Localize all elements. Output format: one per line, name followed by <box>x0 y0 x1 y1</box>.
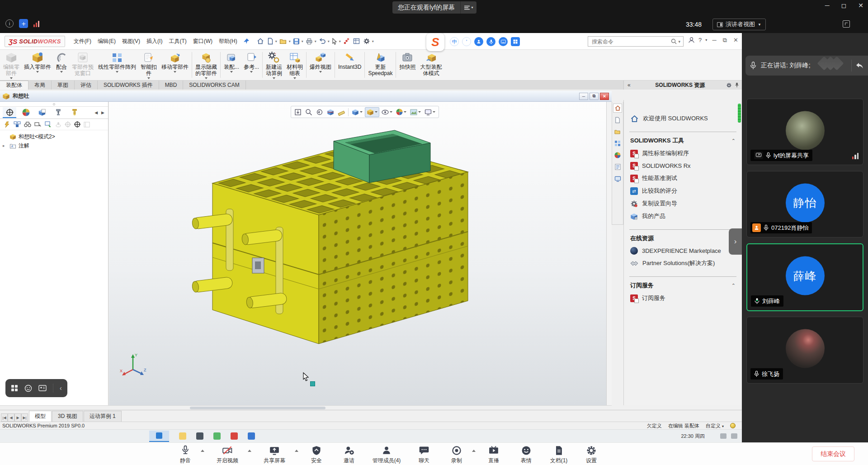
close-button[interactable]: ✕ <box>858 2 863 9</box>
taskpane-item[interactable]: SSOLIDWORKS Rx <box>630 162 742 170</box>
section-online-resources[interactable]: 在线资源⌃ <box>630 234 736 242</box>
show-hidden-components-button[interactable]: 显示隐藏的零部件 <box>193 50 219 80</box>
previous-view-icon[interactable] <box>315 108 325 117</box>
tree-item-annotations[interactable]: ▸ A 注解 <box>3 141 108 150</box>
show-eye-icon[interactable] <box>55 122 61 127</box>
taskbar-app-icon[interactable] <box>248 432 255 440</box>
graphics-viewport[interactable]: YXZ <box>109 102 606 405</box>
taskpane-item[interactable]: 复制设置向导 <box>630 199 742 208</box>
taskbar-app-icon[interactable] <box>213 432 221 440</box>
record-button[interactable]: 录制 <box>442 443 471 465</box>
target-icon[interactable] <box>65 121 71 128</box>
ime-keyboard-icon[interactable] <box>499 37 508 46</box>
collapse-section-icon[interactable]: ⌃ <box>731 138 736 144</box>
section-subscription[interactable]: 订阅服务⌃ <box>630 281 736 289</box>
maximize-button[interactable]: ◻ <box>841 2 847 9</box>
section-sw-tools[interactable]: SOLIDWORKS 工具⌃ <box>630 137 736 145</box>
minimize-button[interactable]: ─ <box>825 2 830 9</box>
scroll-tabs-left-icon[interactable]: ◀ <box>94 110 98 115</box>
participant-tile-lyf[interactable]: lyf的屏幕共享 <box>746 99 863 165</box>
security-button[interactable]: 安全 <box>302 443 331 465</box>
participant-tile-liuxuefeng[interactable]: 薛峰 刘薛峰 <box>746 243 863 311</box>
tab-evaluate[interactable]: 评估 <box>75 81 98 90</box>
apply-scene-icon[interactable] <box>409 108 422 116</box>
move-component-button[interactable]: 移动零部件 <box>159 50 191 80</box>
menu-file[interactable]: 文件(F) <box>71 36 94 47</box>
tab-mbd[interactable]: MBD <box>159 81 184 90</box>
select-icon[interactable] <box>331 37 338 46</box>
taskpane-item[interactable]: 3DEXPERIENCE Marketplace <box>630 247 742 255</box>
appearances-scenes-tab[interactable] <box>613 151 622 160</box>
chevron-down-icon[interactable]: ▾ <box>372 39 374 43</box>
taskbar-folder-icon[interactable] <box>179 432 186 440</box>
expand-icon[interactable]: ▸ <box>3 143 7 148</box>
tab-3d-views[interactable]: 3D 视图 <box>52 411 83 422</box>
end-meeting-button[interactable]: 结束会议 <box>812 446 854 461</box>
zoom-area-icon[interactable] <box>304 108 314 117</box>
chevron-down-icon[interactable]: ▾ <box>302 39 303 43</box>
menu-edit[interactable]: 编辑(E) <box>94 36 119 47</box>
doc-minimize-button[interactable]: ─ <box>579 93 588 100</box>
configuration-manager-tab[interactable] <box>35 107 49 118</box>
panel-splitter[interactable] <box>0 102 108 107</box>
update-speedpak-button[interactable]: 更新Speedpak <box>366 50 395 80</box>
taskpane-item[interactable]: Partner Solutions(解决方案) <box>630 259 742 267</box>
horizontal-scrollbar[interactable] <box>0 405 612 410</box>
tab-assembly[interactable]: 装配体 <box>0 81 28 90</box>
exploded-view-button[interactable]: 爆炸视图 <box>307 50 334 80</box>
layout-grid-icon[interactable] <box>11 384 18 392</box>
binoculars-icon[interactable] <box>24 122 31 127</box>
tab-sketch[interactable]: 草图 <box>52 81 75 90</box>
sw-minimize-button[interactable]: ─ <box>712 37 717 44</box>
mute-options-caret[interactable] <box>201 450 204 452</box>
print-icon[interactable] <box>305 37 314 46</box>
custom-dropdown[interactable]: 自定义 ▾ <box>706 422 724 429</box>
display-manager-tab[interactable] <box>19 107 33 118</box>
options-icon[interactable] <box>362 37 371 46</box>
home-icon[interactable] <box>256 37 265 46</box>
feature-tree-tab[interactable] <box>3 107 16 118</box>
taskbar-app-icon[interactable] <box>196 432 203 440</box>
pin-menu-icon[interactable] <box>243 38 250 44</box>
magnifier-arrow-icon[interactable] <box>34 122 42 127</box>
meeting-info-icon[interactable]: i <box>5 19 14 28</box>
instant3d-button[interactable]: Instant3D <box>336 50 363 80</box>
filter-flyout-icon[interactable] <box>4 121 10 128</box>
task-pane-options-icon[interactable] <box>726 82 732 88</box>
chevron-down-icon[interactable]: ▾ <box>339 39 341 43</box>
sw-close-button[interactable]: ✕ <box>733 37 738 44</box>
last-tab-icon[interactable]: ▶| <box>21 413 28 422</box>
display-style-icon[interactable] <box>365 107 379 117</box>
solidworks-logo[interactable]: ƷSSOLIDWORKS <box>5 36 65 47</box>
ime-user-icon[interactable] <box>474 37 483 46</box>
sidebar-collapse-button[interactable]: › <box>729 228 742 255</box>
mate-button[interactable]: 配合 <box>53 50 70 80</box>
pin-icon[interactable] <box>735 82 739 88</box>
reply-arrow-icon[interactable] <box>855 62 868 69</box>
menu-view[interactable]: 视图(V) <box>119 36 143 47</box>
tab-model[interactable]: 模型 <box>29 411 52 422</box>
status-icon[interactable] <box>730 423 736 428</box>
assembly-3d-model[interactable] <box>186 123 493 363</box>
edit-appearance-icon[interactable] <box>395 108 408 116</box>
welcome-link[interactable]: 欢迎使用 SOLIDWORKS <box>630 114 742 123</box>
linear-pattern-button[interactable]: 线性零部件阵列 <box>96 50 138 80</box>
floating-app-logo[interactable]: S <box>426 33 444 51</box>
zoom-fit-icon[interactable] <box>293 108 303 117</box>
bill-of-materials-button[interactable]: 材料明细表 <box>284 50 305 80</box>
chat-button[interactable]: 聊天 <box>410 443 439 465</box>
ime-voice-icon[interactable] <box>486 37 495 46</box>
measure-icon[interactable] <box>336 108 346 117</box>
network-status-icon[interactable] <box>33 20 39 27</box>
table-icon[interactable] <box>352 37 361 45</box>
sw-restore-button[interactable]: ⧉ <box>723 37 727 44</box>
mute-button[interactable]: 静音 <box>171 443 200 465</box>
settings-button[interactable]: 设置 <box>577 443 606 465</box>
tree-item-assembly-root[interactable]: 和想吐<模式2> <box>3 132 108 141</box>
taskbar-active-app[interactable] <box>149 431 169 442</box>
take-snapshot-button[interactable]: 拍快照 <box>397 50 418 80</box>
new-document-icon[interactable] <box>266 37 274 46</box>
section-view-icon[interactable] <box>326 108 335 117</box>
taskbar-app-icon[interactable] <box>231 432 238 440</box>
view-mode-button[interactable]: 演讲者视图 ▼ <box>712 19 766 30</box>
